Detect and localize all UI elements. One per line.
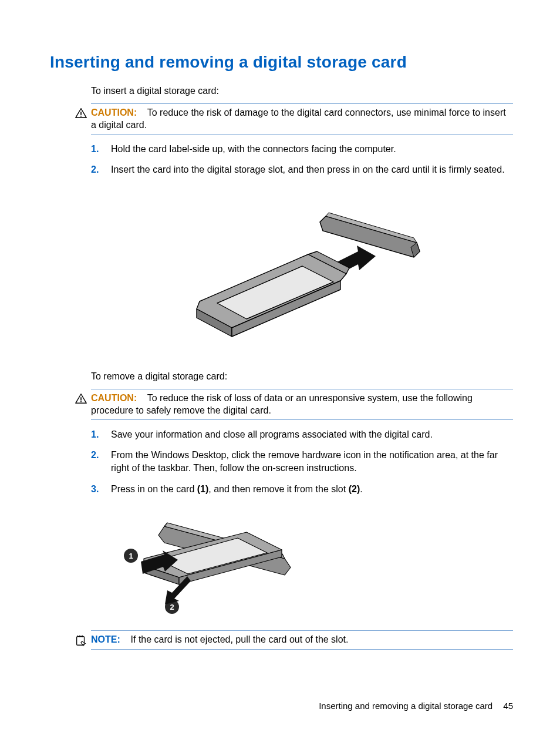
step-text: Hold the card label-side up, with the co… <box>111 143 513 156</box>
note-text: NOTE: If the card is not ejected, pull t… <box>91 633 513 646</box>
insert-steps: 1. Hold the card label-side up, with the… <box>91 143 513 176</box>
step-text: Save your information and close all prog… <box>111 428 513 441</box>
svg-rect-1 <box>80 116 82 117</box>
body: To insert a digital storage card: CAUTIO… <box>91 85 513 650</box>
caution-label: CAUTION: <box>91 393 137 403</box>
caution-body: To reduce the risk of loss of data or an… <box>91 393 473 416</box>
caution-body: To reduce the risk of damage to the digi… <box>91 107 506 130</box>
step-number: 1. <box>91 428 111 441</box>
caution-label: CAUTION: <box>91 107 137 117</box>
note-body: If the card is not ejected, pull the car… <box>131 634 349 644</box>
figure-remove-card: 1 2 <box>109 506 513 617</box>
figure-insert-card <box>91 187 513 357</box>
remove-steps: 1. Save your information and close all p… <box>91 428 513 495</box>
list-item: 2. From the Windows Desktop, click the r… <box>91 449 513 474</box>
svg-rect-0 <box>80 112 82 115</box>
caution-text: CAUTION: To reduce the risk of loss of d… <box>91 392 513 417</box>
list-item: 1. Save your information and close all p… <box>91 428 513 441</box>
page: Inserting and removing a digital storage… <box>0 0 560 746</box>
footer-title: Inserting and removing a digital storage… <box>319 701 492 711</box>
step-text: Press in on the card (1), and then remov… <box>111 483 513 496</box>
svg-text:2: 2 <box>170 603 174 611</box>
svg-text:1: 1 <box>129 552 133 560</box>
page-number: 45 <box>503 701 513 711</box>
step-number: 2. <box>91 449 111 462</box>
caution-callout-1: CAUTION: To reduce the risk of damage to… <box>91 103 513 135</box>
note-icon <box>75 634 87 647</box>
step-text: Insert the card into the digital storage… <box>111 163 513 176</box>
step-text: From the Windows Desktop, click the remo… <box>111 449 513 474</box>
step-number: 2. <box>91 163 111 176</box>
note-label: NOTE: <box>91 634 120 644</box>
step-number: 1. <box>91 143 111 156</box>
list-item: 2. Insert the card into the digital stor… <box>91 163 513 176</box>
caution-icon <box>75 392 87 405</box>
list-item: 1. Hold the card label-side up, with the… <box>91 143 513 156</box>
step-number: 3. <box>91 483 111 496</box>
caution-icon <box>75 107 87 120</box>
intro-remove: To remove a digital storage card: <box>91 370 513 383</box>
list-item: 3. Press in on the card (1), and then re… <box>91 483 513 496</box>
caution-callout-2: CAUTION: To reduce the risk of loss of d… <box>91 389 513 420</box>
note-callout: NOTE: If the card is not ejected, pull t… <box>91 630 513 650</box>
page-footer: Inserting and removing a digital storage… <box>319 701 513 711</box>
intro-insert: To insert a digital storage card: <box>91 85 513 98</box>
svg-rect-12 <box>80 401 82 402</box>
svg-rect-11 <box>80 397 82 401</box>
caution-text: CAUTION: To reduce the risk of damage to… <box>91 106 513 132</box>
page-title: Inserting and removing a digital storage… <box>50 53 513 72</box>
